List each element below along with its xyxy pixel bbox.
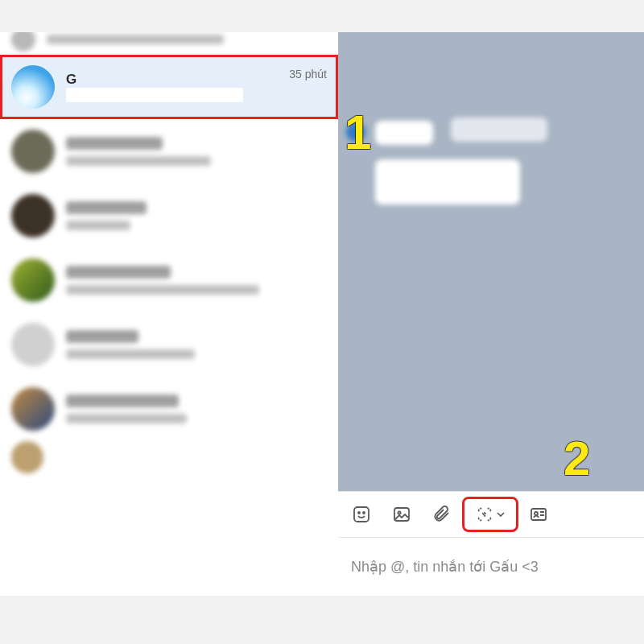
avatar xyxy=(11,65,55,109)
chevron-down-icon xyxy=(497,510,505,518)
composer xyxy=(338,538,644,596)
list-item[interactable] xyxy=(0,377,338,441)
image-icon xyxy=(392,505,411,524)
timestamp: 35 phút xyxy=(289,68,327,80)
list-item-selected[interactable]: G 35 phút xyxy=(0,55,338,119)
svg-rect-5 xyxy=(531,509,546,520)
avatar xyxy=(11,323,55,366)
svg-rect-0 xyxy=(354,507,369,522)
avatar xyxy=(11,387,55,431)
sticker-button[interactable] xyxy=(343,498,380,530)
conversation-list: G 35 phút xyxy=(0,32,338,596)
screenshot-button[interactable] xyxy=(464,498,517,530)
svg-point-2 xyxy=(363,512,365,514)
avatar xyxy=(11,441,43,473)
message-input[interactable] xyxy=(349,558,633,576)
attach-button[interactable] xyxy=(423,498,460,530)
namecard-icon xyxy=(529,505,548,524)
message-bubble xyxy=(375,121,433,145)
image-button[interactable] xyxy=(383,498,420,530)
avatar xyxy=(11,130,55,173)
svg-point-6 xyxy=(535,512,538,515)
svg-point-1 xyxy=(358,512,360,514)
avatar xyxy=(11,32,35,52)
conversation-pane xyxy=(338,32,644,596)
message-bubble xyxy=(375,159,520,204)
list-item[interactable] xyxy=(0,248,338,312)
list-item[interactable] xyxy=(0,312,338,377)
message-preview xyxy=(66,88,243,102)
list-item[interactable] xyxy=(0,32,338,55)
message-bubble xyxy=(451,118,547,142)
svg-rect-3 xyxy=(394,508,409,521)
list-item[interactable] xyxy=(0,441,338,473)
paperclip-icon xyxy=(432,505,452,524)
list-item[interactable] xyxy=(0,119,338,184)
avatar xyxy=(11,194,55,237)
namecard-button[interactable] xyxy=(520,498,557,530)
contact-name: G xyxy=(66,72,278,88)
avatar xyxy=(346,122,365,142)
messages-area xyxy=(338,32,644,491)
sticker-icon xyxy=(352,505,371,524)
list-item[interactable] xyxy=(0,184,338,248)
svg-point-4 xyxy=(398,511,400,514)
avatar xyxy=(11,258,55,302)
composer-toolbar xyxy=(338,491,644,538)
screenshot-icon xyxy=(476,506,493,523)
